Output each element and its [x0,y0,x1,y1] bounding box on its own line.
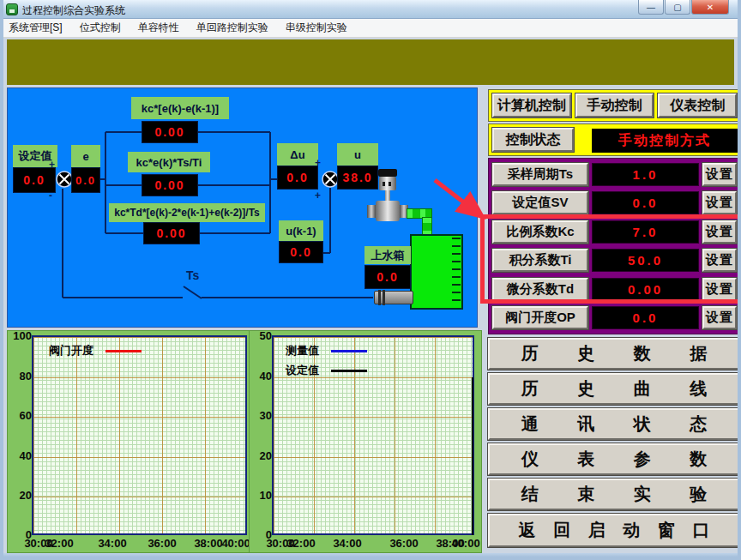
param-row-td: 微分系数Td 0.00 设置 [492,278,737,301]
param-value-op: 0.0 [592,306,699,329]
delta-u-value: 0.0 [277,166,318,190]
minimize-icon[interactable]: — [638,0,664,15]
legend-setpoint: 设定值 [286,363,367,378]
level-trend-chart: 50 40 30 20 10 0 测量值 设定值 30:00 32:00 34:… [249,330,482,553]
comm-status-button[interactable]: 通 讯 状 态 [488,408,741,440]
x-tick: 40:00 [447,537,485,550]
tank-label: 上水箱 [364,246,411,264]
legend-measured-value: 测量值 [286,343,367,358]
param-value-sv: 0.0 [592,191,699,214]
y-tick: 60 [11,409,32,422]
end-experiment-button[interactable]: 结 束 实 验 [488,479,741,510]
i-term-value: 0.00 [142,174,198,196]
set-button-td[interactable]: 设置 [702,278,737,301]
param-label-kc: 比例系数Kc [492,220,588,244]
instrument-control-button[interactable]: 仪表控制 [658,93,737,117]
y-tick: 50 [251,329,272,342]
error-value: 0.0 [71,167,100,193]
d-term-value: 0.00 [143,222,200,244]
window-frame-bottom [0,553,741,560]
control-status-panel: 控制状态 手动控制方式 [488,123,741,156]
window-title: 过程控制综合实验系统 [22,3,125,18]
history-data-button[interactable]: 历 史 数 据 [488,338,741,370]
banner [7,39,734,85]
x-tick: 32:00 [282,537,320,550]
app-icon [6,3,18,15]
control-status-button[interactable]: 控制状态 [492,128,574,152]
d-term-label: kc*Td*[e(k)-2*e(k-1)+e(k-2)]/Ts [109,203,265,222]
sample-period-switch-label: Ts [186,268,199,282]
control-mode-panel: 计算机控制 手动控制 仪表控制 [488,89,741,122]
param-row-sv: 设定值SV 0.0 设置 [492,191,737,214]
plus-sign: + [315,190,321,202]
param-row-op: 阀门开度OP 0.0 设置 [492,306,737,329]
menu-bar: 系统管理[S] 位式控制 单容特性 单回路控制实验 串级控制实验 [0,19,741,38]
set-button-sv[interactable]: 设置 [702,191,737,214]
x-tick: 34:00 [93,537,131,550]
y-tick: 20 [11,489,32,502]
black-line-swatch [331,370,367,372]
red-line-swatch [105,350,142,352]
error-label: e [71,145,100,167]
parameter-panel: 采样周期Ts 1.0 设置 设定值SV 0.0 设置 比例系数Kc 7.0 设置… [488,158,741,334]
y-tick: 100 [11,329,32,342]
x-tick: 36:00 [143,537,181,550]
manual-control-button[interactable]: 手动控制 [575,93,654,117]
param-value-ti: 50.0 [592,249,699,272]
valve-trend-plot-area: 阀门开度 [32,335,247,535]
setpoint-curve [472,377,473,535]
x-tick: 36:00 [385,537,423,550]
instrument-param-button[interactable]: 仪 表 参 数 [488,443,741,475]
upper-tank-icon [410,234,463,310]
set-button-op[interactable]: 设置 [702,306,737,329]
control-status-display: 手动控制方式 [592,129,738,153]
menu-item-onoff-control[interactable]: 位式控制 [71,19,130,37]
level-sensor-icon [374,291,413,304]
menu-item-system-manage[interactable]: 系统管理[S] [0,19,71,37]
menu-item-single-loop[interactable]: 单回路控制实验 [188,19,277,37]
close-icon[interactable]: ✕ [691,0,729,15]
p-term-value: 0.00 [142,121,198,143]
window-controls: — ▢ ✕ [637,0,729,15]
set-button-ti[interactable]: 设置 [702,249,737,272]
y-tick: 80 [11,370,32,382]
legend-valve-opening: 阀门开度 [49,343,142,358]
control-valve-icon [367,167,408,227]
param-value-ts: 1.0 [592,163,699,186]
return-start-window-button[interactable]: 返 回 启 动 窗 口 [488,514,741,547]
set-button-ts[interactable]: 设置 [702,163,737,186]
sum-junction-icon [322,171,339,188]
param-label-td: 微分系数Td [492,278,588,301]
valve-trend-chart: 100 80 60 40 20 0 阀门开度 30:00 32:00 34:00… [7,330,261,553]
plus-sign: + [315,157,321,169]
titlebar: 过程控制综合实验系统 — ▢ ✕ [0,0,741,19]
param-label-ti: 积分系数Ti [492,249,588,272]
minus-sign: - [49,190,52,202]
param-label-sv: 设定值SV [492,191,588,214]
x-tick: 32:00 [40,537,78,550]
app-window: 过程控制综合实验系统 — ▢ ✕ 系统管理[S] 位式控制 单容特性 单回路控制… [0,0,741,560]
plus-sign: + [49,159,55,171]
delta-u-label: Δu [277,143,318,166]
i-term-label: kc*e(k)*Ts/Ti [128,152,210,172]
param-value-kc: 7.0 [592,220,699,244]
u-prev-label: u(k-1) [279,220,323,241]
blue-line-swatch [331,350,367,352]
pipe [422,217,432,236]
y-tick: 10 [251,489,272,502]
param-row-kc: 比例系数Kc 7.0 设置 [492,220,737,244]
set-button-kc[interactable]: 设置 [702,220,737,244]
y-tick: 30 [251,409,272,422]
param-label-ts: 采样周期Ts [492,163,588,186]
param-row-ts: 采样周期Ts 1.0 设置 [492,163,737,186]
history-curve-button[interactable]: 历 史 曲 线 [488,373,741,405]
computer-control-button[interactable]: 计算机控制 [492,93,571,117]
menu-item-single-capacity[interactable]: 单容特性 [130,19,188,37]
y-tick: 40 [11,449,32,462]
p-term-label: kc*[e(k)-e(k-1)] [131,97,229,119]
u-label: u [337,143,378,166]
menu-item-cascade[interactable]: 串级控制实验 [277,19,356,37]
level-trend-plot-area: 测量值 设定值 [272,335,474,535]
param-label-op: 阀门开度OP [492,306,588,329]
maximize-icon[interactable]: ▢ [665,0,690,15]
